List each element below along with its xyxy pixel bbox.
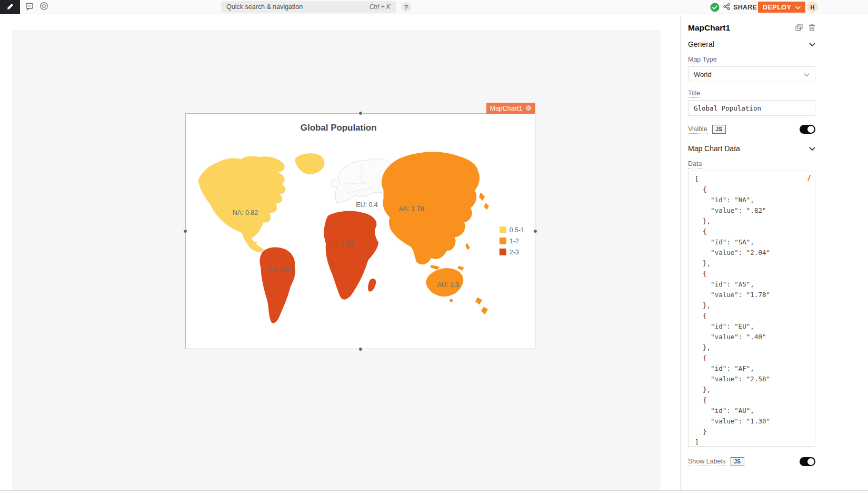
top-bar: Quick search & navigation Ctrl + K ? SHA… [0,0,868,14]
islands-japan [479,192,489,210]
widget-tag-label: MapChart1 [490,105,523,112]
share-icon [723,3,730,12]
map-type-label: Map Type [688,56,815,63]
share-label: SHARE [733,4,757,11]
select-chevron-down-icon [804,70,810,79]
preview-mode-button[interactable] [39,2,49,12]
title-label: Title [688,90,815,97]
delete-widget-icon[interactable] [809,24,815,33]
legend-swatch-1[interactable] [500,226,506,233]
settings-gear-icon[interactable]: ⚙ [525,105,532,112]
title-input[interactable] [694,104,810,112]
map-region-label-sa: SA: 2.04 [268,266,293,274]
help-icon[interactable]: ? [401,2,411,12]
window-bottom-edge [0,490,868,494]
island-greenland [295,153,325,174]
deploy-button[interactable]: DEPLOY [758,2,805,13]
islands-new-zealand [475,297,488,314]
expression-slash-icon[interactable]: / [808,174,810,183]
search-shortcut: Ctrl + K [370,3,391,11]
continent-as [381,152,480,265]
property-pane: MapChart1 General Map Type World Title [680,15,868,490]
legend-swatch-3[interactable] [500,249,506,255]
copy-widget-icon[interactable] [795,24,803,33]
map-region-label-af: AF: 2.58 [328,240,353,248]
map-region-label-as: AS: 1.78 [399,205,424,213]
widget-name-heading: MapChart1 [688,23,730,32]
section-map-chart-data-label: Map Chart Data [688,144,740,153]
continent-sa [260,247,296,323]
legend-swatch-2[interactable] [500,238,506,244]
section-general[interactable]: General [688,39,815,50]
deploy-chevron-down-icon[interactable] [795,4,801,11]
search-placeholder: Quick search & navigation [226,3,303,11]
avatar[interactable]: H [807,2,818,13]
mapchart-widget[interactable]: MapChart1 ⚙ Global Population NA: 0.82 [185,113,535,349]
show-labels-label: Show Labels [688,458,726,465]
visible-js-badge[interactable]: JS [712,125,726,134]
section-general-label: General [688,40,714,48]
legend-label-2: 1-2 [510,238,519,245]
island-madagascar [368,279,376,292]
world-map-svg: Global Population NA: 0.82 SA: 2.04 EU: … [186,114,535,349]
data-code-content: [ { "id": "NA", "value": ".82" }, { "id"… [689,171,815,448]
legend-label-1: 0.5-1 [510,226,524,234]
map-chart-data-chevron-down-icon [809,144,815,153]
map-type-select[interactable]: World [688,66,815,82]
data-label: Data [688,160,815,167]
comment-mode-button[interactable] [24,2,34,12]
general-chevron-down-icon [809,39,815,49]
save-status-check-icon [710,3,720,12]
selection-handle-top[interactable] [358,111,363,115]
visible-toggle[interactable] [800,125,815,134]
show-labels-toggle[interactable] [800,457,815,466]
map-region-label-eu: EU: 0.4 [356,201,378,209]
widget-name-tag[interactable]: MapChart1 ⚙ [486,103,536,114]
map-legend: 0.5-1 1-2 2-3 [500,226,524,256]
legend-label-3: 2-3 [510,249,519,256]
section-map-chart-data[interactable]: Map Chart Data [688,143,815,154]
title-input-wrap [688,100,815,116]
comment-icon [25,2,34,13]
edit-mode-button[interactable] [0,0,20,14]
selection-handle-left[interactable] [183,229,187,233]
data-code-editor[interactable]: [ { "id": "NA", "value": ".82" }, { "id"… [688,171,815,447]
pencil-icon [7,3,14,12]
map-chart-title: Global Population [301,123,377,133]
map-region-label-na: NA: 0.82 [233,209,258,216]
deploy-label: DEPLOY [763,4,791,11]
island-tasmania [450,299,453,302]
map-type-value: World [694,71,712,78]
selection-handle-bottom[interactable] [358,347,363,351]
share-button[interactable]: SHARE [723,3,757,12]
show-labels-js-badge[interactable]: JS [731,457,744,466]
quick-search-input[interactable]: Quick search & navigation Ctrl + K [221,1,396,13]
selection-handle-right[interactable] [533,229,537,233]
visible-label: Visible [688,125,707,133]
preview-icon [39,2,48,13]
map-region-label-au: AU: 1.3 [437,281,460,289]
continent-na [197,156,286,253]
